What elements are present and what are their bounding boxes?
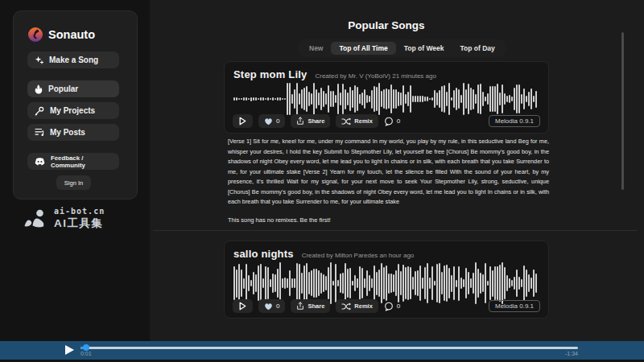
app-logo-row[interactable]: Sonauto	[28, 27, 95, 42]
audio-waveform[interactable]	[233, 261, 539, 305]
sparkles-icon	[35, 56, 43, 64]
music-list-icon	[35, 128, 44, 137]
sidebar-item-my-projects[interactable]: My Projects	[27, 102, 119, 119]
shuffle-icon	[341, 302, 351, 311]
share-button[interactable]: Share	[291, 114, 330, 128]
main-content-area: Popular Songs New Top of All Time Top of…	[150, 0, 644, 341]
share-icon	[296, 117, 304, 125]
sidebar-item-label: My Posts	[50, 128, 85, 137]
scrollbar-thumb[interactable]	[621, 32, 624, 190]
song-title-row: sallo nights Created by Milton Paredes a…	[233, 248, 539, 260]
sidebar-item-my-posts[interactable]: My Posts	[27, 124, 119, 141]
app-name: Sonauto	[48, 28, 95, 41]
watermark-name: AI工具集	[54, 216, 105, 231]
remix-button[interactable]: Remix	[336, 114, 378, 128]
player-elapsed-time: 0:01	[80, 351, 92, 356]
like-button[interactable]: 0	[258, 299, 285, 313]
audio-waveform[interactable]	[233, 82, 539, 116]
microphone-icon	[35, 106, 44, 116]
page-title: Popular Songs	[150, 19, 623, 31]
player-play-button[interactable]	[65, 345, 74, 355]
share-label: Share	[308, 117, 324, 125]
heart-icon	[264, 117, 273, 125]
song-byline: Created by Mr. V (YoBoiV) 21 minutes ago	[315, 72, 436, 80]
comment-icon	[384, 302, 394, 311]
play-button[interactable]	[233, 299, 253, 313]
player-bar: 0:01 -1:34	[0, 341, 644, 360]
song-title-row: Step mom Lily Created by Mr. V (YoBoiV) …	[233, 68, 539, 80]
model-version-badge: Melodia 0.9.1	[489, 115, 540, 127]
share-icon	[296, 302, 304, 311]
player-progress-handle[interactable]	[83, 344, 89, 351]
tab-new[interactable]: New	[301, 42, 331, 55]
make-a-song-label: Make a Song	[49, 56, 98, 64]
remix-label: Remix	[354, 117, 373, 125]
sign-in-label: Sign In	[64, 179, 83, 187]
song-card: Step mom Lily Created by Mr. V (YoBoiV) …	[224, 61, 549, 134]
sidebar: Sonauto Make a Song Popular My Projects …	[13, 10, 138, 200]
make-a-song-button[interactable]: Make a Song	[27, 51, 119, 68]
song-title[interactable]: sallo nights	[233, 248, 294, 260]
comment-count: 0	[397, 302, 400, 310]
section-divider	[153, 230, 638, 231]
like-count: 0	[276, 117, 279, 125]
tab-top-of-day[interactable]: Top of Day	[452, 42, 503, 55]
comment-icon	[384, 117, 394, 126]
player-progress-track[interactable]	[80, 347, 578, 349]
remix-note: This song has no remixes. Be the first!	[228, 216, 331, 224]
song-byline: Created by Milton Paredes an hour ago	[302, 252, 415, 259]
like-button[interactable]: 0	[258, 114, 285, 128]
song-card: sallo nights Created by Milton Paredes a…	[224, 241, 549, 319]
sidebar-item-label: My Projects	[50, 106, 95, 115]
song-title[interactable]: Step mom Lily	[233, 68, 307, 80]
share-button[interactable]: Share	[291, 299, 330, 313]
feedback-community-button[interactable]: Feedback / Community	[27, 153, 119, 170]
tab-top-of-all-time[interactable]: Top of All Time	[331, 42, 395, 55]
remix-label: Remix	[354, 302, 373, 310]
comments-button[interactable]: 0	[384, 117, 400, 126]
comment-count: 0	[397, 117, 400, 125]
sidebar-item-popular[interactable]: Popular	[27, 80, 119, 97]
song-lyrics: [Verse 1] Sit for me, kneel for me, unde…	[228, 137, 549, 208]
feedback-community-label: Feedback / Community	[51, 154, 112, 169]
play-button[interactable]	[233, 114, 253, 128]
sign-in-button[interactable]: Sign In	[56, 175, 91, 190]
ai-bot-watermark: ai-bot.cn AI工具集	[23, 207, 105, 231]
flame-icon	[35, 84, 43, 94]
song-actions: 0 Share Remix 0 Melodia 0.9.1	[233, 114, 540, 128]
sonauto-logo-icon	[28, 27, 43, 42]
discord-icon	[35, 158, 45, 166]
like-count: 0	[276, 302, 279, 310]
remix-button[interactable]: Remix	[336, 299, 378, 313]
model-version-badge: Melodia 0.9.1	[489, 300, 540, 312]
watermark-site: ai-bot.cn	[54, 207, 105, 216]
play-icon	[239, 117, 246, 125]
time-filter-tabs: New Top of All Time Top of Week Top of D…	[299, 39, 506, 57]
song-actions: 0 Share Remix 0 Melodia 0.9.1	[233, 299, 540, 313]
comments-button[interactable]: 0	[384, 302, 400, 311]
ai-bot-logo-icon	[23, 209, 47, 228]
heart-icon	[264, 302, 273, 311]
player-remaining-time: -1:34	[554, 351, 578, 356]
play-icon	[239, 302, 246, 311]
sidebar-item-label: Popular	[48, 84, 78, 93]
shuffle-icon	[341, 117, 351, 125]
tab-top-of-week[interactable]: Top of Week	[396, 42, 452, 55]
share-label: Share	[308, 302, 324, 310]
